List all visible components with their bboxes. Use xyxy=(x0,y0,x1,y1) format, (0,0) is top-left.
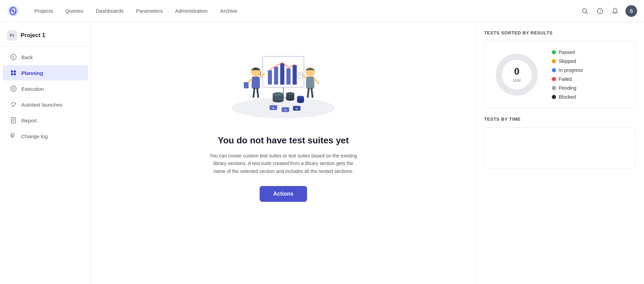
svg-text:%: % xyxy=(295,107,298,110)
sorted-by-results-title: TESTS SORTED BY RESULTS xyxy=(484,30,636,35)
execution-icon xyxy=(10,85,17,92)
nav-dashboards[interactable]: Dashboards xyxy=(90,5,129,17)
project-name: Project 1 xyxy=(21,32,45,39)
svg-point-6 xyxy=(11,54,16,60)
legend-label: Failed xyxy=(559,76,572,82)
svg-rect-7 xyxy=(11,70,13,73)
nav-projects[interactable]: Projects xyxy=(29,5,58,17)
svg-rect-27 xyxy=(274,67,278,85)
nav-links: Projects Queries Dashboards Parameters A… xyxy=(29,5,577,17)
donut-total: 0 xyxy=(513,66,521,77)
svg-line-47 xyxy=(308,89,309,97)
sidebar-item-autotest-label: Autotest launches xyxy=(21,102,62,108)
legend-dot xyxy=(552,68,556,72)
sidebar-item-report-label: Report xyxy=(21,118,37,123)
app-logo[interactable] xyxy=(7,5,19,17)
notifications-icon[interactable] xyxy=(610,6,620,16)
main-content: % % % You do not have test suites yet Yo… xyxy=(91,22,476,284)
sidebar-item-changelog-label: Change log xyxy=(21,133,48,139)
sidebar-item-execution-label: Execution xyxy=(21,86,44,92)
legend-item: Skipped xyxy=(552,58,583,64)
legend-label: Passed xyxy=(559,50,575,55)
avatar[interactable]: S xyxy=(625,5,637,17)
planning-icon xyxy=(10,69,17,77)
sidebar-item-back-label: Back xyxy=(21,54,33,60)
legend: Passed Skipped In progress Failed Pendin… xyxy=(552,50,583,100)
svg-line-48 xyxy=(312,89,313,97)
project-badge: P1 xyxy=(7,30,17,41)
donut-chart-card: ↻ 0 total Passed Skipped In progress Fai… xyxy=(484,41,636,108)
main-layout: P1 Project 1 Back Planning Execution xyxy=(0,22,644,284)
svg-rect-30 xyxy=(293,65,297,85)
donut-total-label: total xyxy=(513,78,521,83)
svg-line-37 xyxy=(253,89,254,97)
tests-by-time-card xyxy=(484,127,636,168)
svg-point-1 xyxy=(12,10,14,12)
legend-dot xyxy=(552,50,556,54)
svg-rect-28 xyxy=(280,63,284,85)
svg-rect-39 xyxy=(244,82,249,88)
back-icon xyxy=(10,53,17,61)
svg-point-54 xyxy=(286,92,294,95)
donut-container: ↻ 0 total Passed Skipped In progress Fai… xyxy=(493,50,627,100)
legend-dot xyxy=(552,95,556,99)
legend-label: Blocked xyxy=(559,94,576,100)
nav-right: ? S xyxy=(580,5,637,17)
sidebar-item-execution[interactable]: Execution xyxy=(3,81,88,96)
legend-item: Blocked xyxy=(552,94,583,100)
sidebar-item-report[interactable]: Report xyxy=(3,113,88,128)
tests-by-time-title: TESTS BY TIME xyxy=(484,117,636,122)
svg-rect-29 xyxy=(286,68,291,85)
legend-dot xyxy=(552,77,556,81)
sidebar-item-changelog[interactable]: Change log xyxy=(3,129,88,144)
svg-line-43 xyxy=(314,79,318,83)
project-header: P1 Project 1 xyxy=(0,28,91,46)
top-navigation: Projects Queries Dashboards Parameters A… xyxy=(0,0,644,22)
right-panel: TESTS SORTED BY RESULTS ↻ 0 total Passed xyxy=(476,22,644,284)
report-icon xyxy=(10,117,17,124)
svg-rect-8 xyxy=(14,70,16,73)
svg-point-51 xyxy=(273,92,284,96)
legend-item: Pending xyxy=(552,85,583,91)
sidebar-item-back[interactable]: Back xyxy=(3,50,88,65)
svg-rect-34 xyxy=(252,77,260,89)
search-icon[interactable] xyxy=(580,6,590,16)
legend-item: In progress xyxy=(552,67,583,73)
legend-item: Passed xyxy=(552,50,583,55)
svg-rect-9 xyxy=(11,73,13,75)
svg-rect-41 xyxy=(306,77,314,89)
svg-rect-44 xyxy=(298,72,303,78)
changelog-icon xyxy=(10,132,17,140)
donut-wrap: ↻ 0 total xyxy=(493,51,541,99)
empty-title: You do not have test suites yet xyxy=(218,135,349,146)
svg-rect-26 xyxy=(268,70,272,85)
autotest-icon xyxy=(10,101,17,108)
legend-dot xyxy=(552,59,556,63)
help-icon[interactable]: ? xyxy=(595,6,605,16)
svg-point-13 xyxy=(13,88,14,89)
legend-label: In progress xyxy=(559,67,583,73)
svg-rect-10 xyxy=(14,73,16,75)
svg-line-3 xyxy=(586,12,588,14)
svg-text:%: % xyxy=(272,107,274,110)
legend-label: Skipped xyxy=(559,58,576,64)
legend-dot xyxy=(552,86,556,90)
empty-illustration: % % % xyxy=(218,36,349,125)
svg-text:%: % xyxy=(284,109,286,112)
sidebar-item-planning-label: Planning xyxy=(21,70,43,76)
legend-label: Pending xyxy=(559,85,576,91)
svg-text:?: ? xyxy=(599,9,601,14)
sidebar-item-planning[interactable]: Planning xyxy=(3,65,88,80)
nav-queries[interactable]: Queries xyxy=(60,5,89,17)
sidebar-item-autotest[interactable]: Autotest launches xyxy=(3,97,88,112)
sidebar: P1 Project 1 Back Planning Execution xyxy=(0,22,91,284)
nav-archive[interactable]: Archive xyxy=(215,5,243,17)
svg-line-38 xyxy=(257,89,258,97)
donut-center: 0 total xyxy=(513,66,521,83)
svg-point-57 xyxy=(297,96,304,98)
nav-parameters[interactable]: Parameters xyxy=(131,5,168,17)
empty-description: You can create custom test suites or tes… xyxy=(208,152,359,175)
actions-button[interactable]: Actions xyxy=(260,186,307,202)
nav-administration[interactable]: Administration xyxy=(170,5,213,17)
legend-item: Failed xyxy=(552,76,583,82)
